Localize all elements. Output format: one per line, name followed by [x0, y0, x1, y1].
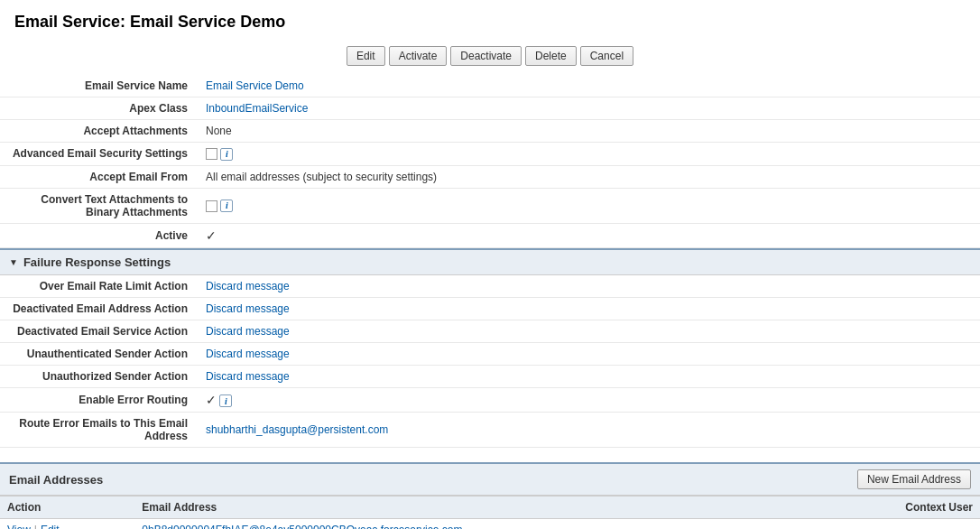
- accept-attachments-value: None: [199, 120, 980, 143]
- accept-email-from-label: Accept Email From: [0, 165, 199, 188]
- advanced-security-info-icon[interactable]: i: [220, 148, 233, 161]
- route-error-value: shubharthi_dasgupta@persistent.com: [199, 413, 980, 448]
- deactivated-address-link[interactable]: Discard message: [206, 302, 290, 315]
- cancel-button[interactable]: Cancel: [580, 46, 633, 66]
- email-service-name-value: Email Service Demo: [199, 75, 980, 97]
- failure-response-title: Failure Response Settings: [23, 255, 171, 269]
- enable-error-info-icon[interactable]: i: [219, 394, 232, 407]
- route-error-link[interactable]: shubharthi_dasgupta@persistent.com: [206, 423, 388, 436]
- active-label: Active: [0, 223, 199, 247]
- deactivated-service-value: Discard message: [199, 320, 980, 342]
- detail-table: Email Service Name Email Service Demo Ap…: [0, 75, 980, 248]
- email-address-cell: 0hB8d0000004FfhIAE@8e4av5000000CBQyeac.f…: [134, 519, 814, 530]
- deactivated-address-value: Discard message: [199, 297, 980, 320]
- context-user-column-header: Context User: [814, 497, 980, 519]
- email-addresses-table: Action Email Address Context User View |…: [0, 496, 980, 529]
- route-error-label: Route Error Emails to This Email Address: [0, 413, 199, 448]
- email-address-link[interactable]: 0hB8d0000004FfhIAE@8e4av5000000CBQyeac.f…: [142, 524, 462, 529]
- over-rate-value: Discard message: [199, 275, 980, 298]
- table-row: View | Edit 0hB8d0000004FfhIAE@8e4av5000…: [0, 519, 980, 530]
- convert-text-label: Convert Text Attachments to Binary Attac…: [0, 188, 199, 223]
- unauthorized-link[interactable]: Discard message: [206, 370, 290, 383]
- toolbar: Edit Activate Deactivate Delete Cancel: [0, 41, 980, 75]
- activate-button[interactable]: Activate: [389, 46, 448, 66]
- email-addresses-title: Email Addresses: [9, 473, 103, 487]
- enable-error-checkmark: ✓: [206, 393, 217, 407]
- email-address-column-header: Email Address: [134, 497, 814, 519]
- enable-error-label: Enable Error Routing: [0, 387, 199, 413]
- apex-class-link[interactable]: InboundEmailService: [206, 102, 308, 115]
- context-user-cell: [814, 519, 980, 530]
- new-email-address-button[interactable]: New Email Address: [857, 469, 971, 489]
- action-column-header: Action: [0, 497, 134, 519]
- unauthenticated-value: Discard message: [199, 342, 980, 365]
- email-service-name-label: Email Service Name: [0, 75, 199, 97]
- view-link[interactable]: View: [7, 524, 31, 529]
- deactivated-service-label: Deactivated Email Service Action: [0, 320, 199, 342]
- advanced-security-checkbox: [206, 148, 217, 160]
- over-rate-link[interactable]: Discard message: [206, 280, 290, 292]
- deactivated-address-label: Deactivated Email Address Action: [0, 297, 199, 320]
- failure-response-section-header: ▼ Failure Response Settings: [0, 248, 980, 275]
- deactivated-service-link[interactable]: Discard message: [206, 325, 290, 338]
- convert-text-checkbox: [206, 200, 217, 212]
- email-service-name-link[interactable]: Email Service Demo: [206, 79, 304, 92]
- accept-attachments-label: Accept Attachments: [0, 120, 199, 143]
- email-addresses-section: Email Addresses New Email Address Action…: [0, 462, 980, 529]
- page-title: Email Service: Email Service Demo: [0, 0, 980, 41]
- accept-email-from-value: All email addresses (subject to security…: [199, 165, 980, 188]
- action-separator: |: [34, 524, 37, 529]
- over-rate-label: Over Email Rate Limit Action: [0, 275, 199, 298]
- unauthorized-label: Unauthorized Sender Action: [0, 365, 199, 387]
- failure-response-table: Over Email Rate Limit Action Discard mes…: [0, 275, 980, 449]
- deactivate-button[interactable]: Deactivate: [450, 46, 522, 66]
- advanced-security-label: Advanced Email Security Settings: [0, 143, 199, 166]
- apex-class-value: InboundEmailService: [199, 97, 980, 120]
- row-actions-cell: View | Edit: [0, 519, 134, 530]
- email-addresses-header: Email Addresses New Email Address: [0, 464, 980, 496]
- active-checkmark: ✓: [206, 228, 217, 243]
- convert-text-info-icon[interactable]: i: [220, 200, 233, 212]
- edit-link[interactable]: Edit: [41, 524, 60, 529]
- unauthenticated-link[interactable]: Discard message: [206, 348, 290, 360]
- row-actions: View | Edit: [7, 524, 127, 529]
- collapse-triangle-icon[interactable]: ▼: [9, 257, 18, 267]
- enable-error-value: ✓ i: [199, 387, 980, 413]
- edit-button[interactable]: Edit: [347, 46, 385, 66]
- convert-text-value: i: [199, 188, 980, 223]
- apex-class-label: Apex Class: [0, 97, 199, 120]
- unauthorized-value: Discard message: [199, 365, 980, 387]
- active-value: ✓: [199, 223, 980, 247]
- delete-button[interactable]: Delete: [525, 46, 577, 66]
- advanced-security-value: i: [199, 143, 980, 166]
- unauthenticated-label: Unauthenticated Sender Action: [0, 342, 199, 365]
